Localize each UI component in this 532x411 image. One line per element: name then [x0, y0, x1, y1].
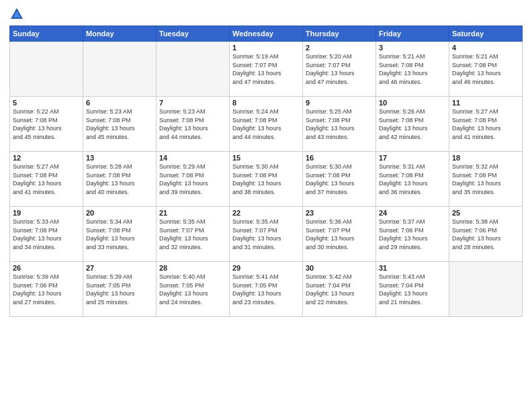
day-header-monday: Monday	[83, 26, 157, 42]
calendar-cell: 1Sunrise: 5:19 AM Sunset: 7:07 PM Daylig…	[230, 42, 303, 97]
day-number: 2	[306, 44, 373, 52]
day-number: 25	[452, 209, 519, 217]
day-number: 30	[306, 264, 373, 272]
day-info: Sunrise: 5:30 AM Sunset: 7:08 PM Dayligh…	[232, 163, 300, 196]
day-info: Sunrise: 5:35 AM Sunset: 7:07 PM Dayligh…	[232, 218, 300, 251]
day-number: 19	[13, 209, 80, 217]
day-number: 26	[13, 264, 80, 272]
day-info: Sunrise: 5:36 AM Sunset: 7:07 PM Dayligh…	[306, 218, 373, 251]
calendar-cell	[157, 42, 230, 97]
calendar-table: SundayMondayTuesdayWednesdayThursdayFrid…	[9, 26, 523, 317]
day-info: Sunrise: 5:27 AM Sunset: 7:08 PM Dayligh…	[13, 163, 80, 196]
calendar-cell: 29Sunrise: 5:41 AM Sunset: 7:05 PM Dayli…	[230, 262, 303, 317]
day-number: 28	[159, 264, 226, 272]
day-info: Sunrise: 5:42 AM Sunset: 7:04 PM Dayligh…	[306, 273, 373, 306]
calendar-cell: 15Sunrise: 5:30 AM Sunset: 7:08 PM Dayli…	[230, 152, 303, 207]
day-info: Sunrise: 5:40 AM Sunset: 7:05 PM Dayligh…	[159, 273, 226, 306]
calendar-cell: 22Sunrise: 5:35 AM Sunset: 7:07 PM Dayli…	[230, 207, 303, 262]
calendar-cell: 18Sunrise: 5:32 AM Sunset: 7:08 PM Dayli…	[449, 152, 523, 207]
calendar-cell: 8Sunrise: 5:24 AM Sunset: 7:08 PM Daylig…	[230, 97, 303, 152]
calendar-cell: 24Sunrise: 5:37 AM Sunset: 7:06 PM Dayli…	[376, 207, 449, 262]
day-info: Sunrise: 5:21 AM Sunset: 7:08 PM Dayligh…	[379, 52, 446, 86]
day-number: 1	[232, 44, 300, 52]
day-info: Sunrise: 5:43 AM Sunset: 7:04 PM Dayligh…	[379, 273, 446, 306]
day-info: Sunrise: 5:23 AM Sunset: 7:08 PM Dayligh…	[86, 107, 153, 141]
day-number: 12	[13, 154, 80, 162]
calendar-cell: 13Sunrise: 5:28 AM Sunset: 7:08 PM Dayli…	[83, 152, 157, 207]
page: SundayMondayTuesdayWednesdayThursdayFrid…	[0, 0, 532, 411]
day-info: Sunrise: 5:37 AM Sunset: 7:06 PM Dayligh…	[379, 218, 446, 251]
week-row-2: 5Sunrise: 5:22 AM Sunset: 7:08 PM Daylig…	[10, 97, 523, 152]
calendar-cell: 28Sunrise: 5:40 AM Sunset: 7:05 PM Dayli…	[157, 262, 230, 317]
day-info: Sunrise: 5:28 AM Sunset: 7:08 PM Dayligh…	[86, 163, 153, 196]
day-info: Sunrise: 5:30 AM Sunset: 7:08 PM Dayligh…	[306, 163, 373, 196]
calendar-cell: 9Sunrise: 5:25 AM Sunset: 7:08 PM Daylig…	[303, 97, 376, 152]
day-number: 7	[159, 99, 226, 107]
day-number: 8	[232, 99, 300, 107]
day-header-sunday: Sunday	[10, 26, 83, 42]
day-info: Sunrise: 5:23 AM Sunset: 7:08 PM Dayligh…	[159, 107, 226, 141]
calendar-cell: 31Sunrise: 5:43 AM Sunset: 7:04 PM Dayli…	[376, 262, 449, 317]
calendar-cell: 19Sunrise: 5:33 AM Sunset: 7:08 PM Dayli…	[10, 207, 83, 262]
days-header-row: SundayMondayTuesdayWednesdayThursdayFrid…	[10, 26, 523, 42]
day-info: Sunrise: 5:38 AM Sunset: 7:06 PM Dayligh…	[452, 218, 519, 251]
day-number: 22	[232, 209, 300, 217]
day-info: Sunrise: 5:21 AM Sunset: 7:08 PM Dayligh…	[452, 52, 519, 86]
calendar-cell: 17Sunrise: 5:31 AM Sunset: 7:08 PM Dayli…	[376, 152, 449, 207]
calendar-cell: 6Sunrise: 5:23 AM Sunset: 7:08 PM Daylig…	[83, 97, 157, 152]
calendar-cell	[449, 262, 523, 317]
week-row-1: 1Sunrise: 5:19 AM Sunset: 7:07 PM Daylig…	[10, 42, 523, 97]
week-row-3: 12Sunrise: 5:27 AM Sunset: 7:08 PM Dayli…	[10, 152, 523, 207]
day-number: 9	[306, 99, 373, 107]
day-header-thursday: Thursday	[303, 26, 376, 42]
day-info: Sunrise: 5:35 AM Sunset: 7:07 PM Dayligh…	[159, 218, 226, 251]
logo	[9, 7, 26, 21]
calendar-cell: 21Sunrise: 5:35 AM Sunset: 7:07 PM Dayli…	[157, 207, 230, 262]
calendar-cell: 16Sunrise: 5:30 AM Sunset: 7:08 PM Dayli…	[303, 152, 376, 207]
calendar-cell: 2Sunrise: 5:20 AM Sunset: 7:07 PM Daylig…	[303, 42, 376, 97]
calendar-cell: 11Sunrise: 5:27 AM Sunset: 7:08 PM Dayli…	[449, 97, 523, 152]
day-info: Sunrise: 5:34 AM Sunset: 7:08 PM Dayligh…	[86, 218, 153, 251]
day-info: Sunrise: 5:29 AM Sunset: 7:08 PM Dayligh…	[159, 163, 226, 196]
day-number: 6	[86, 99, 153, 107]
day-header-wednesday: Wednesday	[230, 26, 303, 42]
day-info: Sunrise: 5:32 AM Sunset: 7:08 PM Dayligh…	[452, 163, 519, 196]
day-number: 18	[452, 154, 519, 162]
header	[9, 7, 523, 21]
calendar-cell: 30Sunrise: 5:42 AM Sunset: 7:04 PM Dayli…	[303, 262, 376, 317]
logo-icon	[9, 7, 24, 21]
day-number: 11	[452, 99, 519, 107]
calendar-cell: 3Sunrise: 5:21 AM Sunset: 7:08 PM Daylig…	[376, 42, 449, 97]
day-info: Sunrise: 5:19 AM Sunset: 7:07 PM Dayligh…	[232, 52, 300, 86]
day-number: 3	[379, 44, 446, 52]
day-info: Sunrise: 5:33 AM Sunset: 7:08 PM Dayligh…	[13, 218, 80, 251]
day-number: 24	[379, 209, 446, 217]
day-number: 16	[306, 154, 373, 162]
week-row-5: 26Sunrise: 5:39 AM Sunset: 7:06 PM Dayli…	[10, 262, 523, 317]
day-info: Sunrise: 5:22 AM Sunset: 7:08 PM Dayligh…	[13, 107, 80, 141]
day-info: Sunrise: 5:24 AM Sunset: 7:08 PM Dayligh…	[232, 107, 300, 141]
calendar-cell: 23Sunrise: 5:36 AM Sunset: 7:07 PM Dayli…	[303, 207, 376, 262]
calendar-cell: 7Sunrise: 5:23 AM Sunset: 7:08 PM Daylig…	[157, 97, 230, 152]
day-number: 17	[379, 154, 446, 162]
day-number: 31	[379, 264, 446, 272]
day-header-tuesday: Tuesday	[157, 26, 230, 42]
day-info: Sunrise: 5:41 AM Sunset: 7:05 PM Dayligh…	[232, 273, 300, 306]
day-info: Sunrise: 5:20 AM Sunset: 7:07 PM Dayligh…	[306, 52, 373, 86]
day-info: Sunrise: 5:27 AM Sunset: 7:08 PM Dayligh…	[452, 107, 519, 141]
day-info: Sunrise: 5:39 AM Sunset: 7:06 PM Dayligh…	[13, 273, 80, 306]
day-info: Sunrise: 5:31 AM Sunset: 7:08 PM Dayligh…	[379, 163, 446, 196]
day-number: 13	[86, 154, 153, 162]
day-number: 10	[379, 99, 446, 107]
calendar-cell	[83, 42, 157, 97]
day-info: Sunrise: 5:25 AM Sunset: 7:08 PM Dayligh…	[306, 107, 373, 141]
calendar-cell: 26Sunrise: 5:39 AM Sunset: 7:06 PM Dayli…	[10, 262, 83, 317]
day-number: 4	[452, 44, 519, 52]
day-number: 15	[232, 154, 300, 162]
calendar-cell: 20Sunrise: 5:34 AM Sunset: 7:08 PM Dayli…	[83, 207, 157, 262]
day-info: Sunrise: 5:39 AM Sunset: 7:05 PM Dayligh…	[86, 273, 153, 306]
day-number: 20	[86, 209, 153, 217]
calendar-cell: 10Sunrise: 5:26 AM Sunset: 7:08 PM Dayli…	[376, 97, 449, 152]
calendar-cell: 25Sunrise: 5:38 AM Sunset: 7:06 PM Dayli…	[449, 207, 523, 262]
day-number: 27	[86, 264, 153, 272]
